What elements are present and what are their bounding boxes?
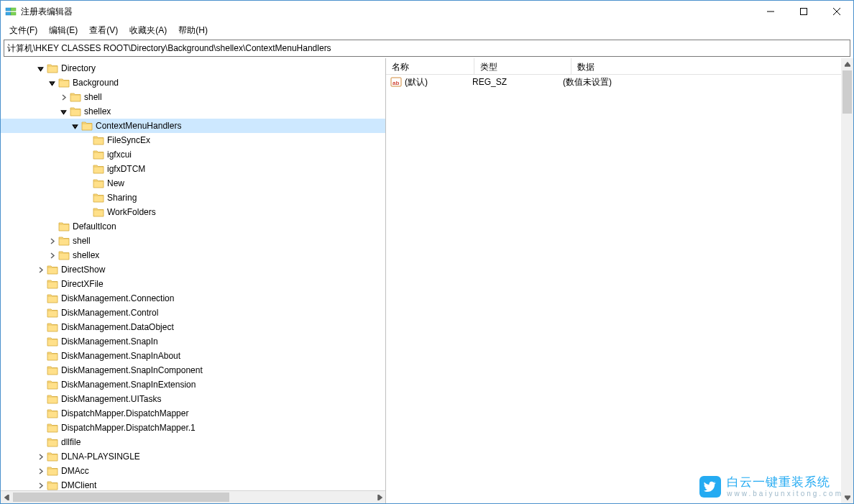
no-expander (81, 178, 91, 188)
expand-icon[interactable] (35, 480, 45, 490)
tree-node[interactable]: DMClient (1, 478, 385, 491)
tree-node[interactable]: dllfile (1, 435, 385, 449)
scroll-left-button[interactable] (1, 491, 13, 503)
svg-marker-16 (845, 63, 850, 66)
tree-node[interactable]: Directory (1, 61, 385, 75)
menu-help[interactable]: 帮助(H) (173, 23, 214, 38)
tree-node[interactable]: igfxDTCM (1, 162, 385, 176)
tree-node[interactable]: shellex (1, 104, 385, 119)
tree-node[interactable]: shellex (1, 248, 385, 262)
menu-view[interactable]: 查看(V) (83, 23, 124, 38)
expand-icon[interactable] (35, 466, 45, 476)
collapse-icon[interactable] (70, 121, 80, 131)
close-button[interactable] (820, 1, 853, 22)
tree-node-label: DispatchMapper.DispatchMapper (61, 408, 188, 418)
folder-icon (93, 207, 104, 217)
scroll-up-button[interactable] (841, 58, 853, 70)
address-bar[interactable]: 计算机\HKEY CLASSES ROOT\Directory\Backgrou… (4, 40, 850, 57)
collapse-icon[interactable] (47, 78, 57, 88)
tree-node[interactable]: DiskManagement.SnapIn (1, 334, 385, 349)
collapse-icon[interactable] (35, 63, 45, 73)
tree-node[interactable]: shell (1, 234, 385, 248)
expand-icon[interactable] (47, 250, 57, 260)
folder-icon (58, 221, 70, 232)
no-expander (35, 322, 45, 332)
registry-tree[interactable]: DirectoryBackgroundshellshellexContextMe… (1, 58, 385, 491)
tree-node[interactable]: DiskManagement.Control (1, 306, 385, 320)
expand-icon[interactable] (35, 452, 45, 462)
collapse-icon[interactable] (58, 106, 68, 116)
watermark-icon (699, 476, 721, 498)
scroll-thumb[interactable] (842, 70, 852, 114)
tree-node[interactable]: DiskManagement.SnapInAbout (1, 349, 385, 363)
address-text: 计算机\HKEY CLASSES ROOT\Directory\Backgrou… (7, 42, 331, 55)
tree-node-label: shellex (84, 106, 111, 116)
tree-node[interactable]: FileSyncEx (1, 133, 385, 147)
svg-rect-2 (11, 8, 16, 11)
tree-node[interactable]: DLNA-PLAYSINGLE (1, 449, 385, 464)
tree-node-label: Sharing (107, 193, 137, 203)
folder-icon (47, 408, 58, 418)
value-type: REG_SZ (472, 77, 563, 87)
tree-node[interactable]: DefaultIcon (1, 219, 385, 234)
tree-node[interactable]: DirectShow (1, 262, 385, 277)
tree-node[interactable]: igfxcui (1, 147, 385, 162)
tree-node[interactable]: DispatchMapper.DispatchMapper.1 (1, 421, 385, 435)
minimize-button[interactable] (754, 1, 787, 22)
tree-node[interactable]: DispatchMapper.DispatchMapper (1, 406, 385, 421)
folder-icon (47, 480, 58, 490)
tree-node[interactable]: Background (1, 75, 385, 90)
no-expander (35, 293, 45, 303)
titlebar[interactable]: 注册表编辑器 (1, 1, 853, 22)
maximize-button[interactable] (787, 1, 820, 22)
menu-favorites[interactable]: 收藏夹(A) (124, 23, 173, 38)
column-name[interactable]: 名称 (386, 58, 474, 74)
no-expander (35, 437, 45, 447)
tree-node[interactable]: DMAcc (1, 464, 385, 478)
tree-node-label: DefaultIcon (73, 221, 116, 232)
values-list[interactable]: ab(默认)REG_SZ(数值未设置) (386, 75, 853, 89)
tree-node[interactable]: Sharing (1, 191, 385, 205)
folder-icon (81, 121, 93, 131)
tree-node-label: dllfile (61, 437, 81, 447)
tree-node[interactable]: DiskManagement.Connection (1, 291, 385, 306)
tree-node[interactable]: DiskManagement.UITasks (1, 392, 385, 406)
scroll-track[interactable] (13, 491, 373, 503)
scroll-thumb[interactable] (13, 492, 229, 502)
column-type[interactable]: 类型 (474, 58, 571, 74)
expand-icon[interactable] (47, 236, 57, 246)
no-expander (35, 308, 45, 318)
folder-icon (47, 365, 58, 375)
menu-file[interactable]: 文件(F) (4, 23, 43, 38)
values-vertical-scrollbar[interactable] (841, 58, 853, 503)
tree-node[interactable]: shell (1, 90, 385, 104)
expand-icon[interactable] (35, 265, 45, 275)
no-expander (81, 193, 91, 203)
scroll-down-button[interactable] (841, 491, 853, 503)
tree-horizontal-scrollbar[interactable] (1, 490, 385, 503)
string-value-icon: ab (390, 76, 402, 88)
folder-icon (58, 236, 70, 246)
no-expander (35, 394, 45, 404)
value-data: (数值未设置) (563, 76, 853, 88)
column-data[interactable]: 数据 (571, 58, 853, 74)
registry-editor-window: 注册表编辑器 文件(F) 编辑(E) 查看(V) 收藏夹(A) 帮助(H) 计算… (0, 0, 854, 504)
column-headers[interactable]: 名称 类型 数据 (386, 58, 853, 75)
tree-node[interactable]: DiskManagement.SnapInExtension (1, 377, 385, 392)
tree-node[interactable]: WorkFolders (1, 205, 385, 219)
tree-node[interactable]: DirectXFile (1, 277, 385, 291)
svg-rect-3 (11, 12, 16, 15)
menu-edit[interactable]: 编辑(E) (43, 23, 83, 38)
tree-node[interactable]: DiskManagement.DataObject (1, 320, 385, 334)
expand-icon[interactable] (58, 92, 68, 102)
value-row[interactable]: ab(默认)REG_SZ(数值未设置) (386, 75, 853, 89)
svg-marker-13 (378, 495, 382, 500)
scroll-right-button[interactable] (373, 491, 385, 503)
folder-icon (47, 394, 58, 404)
tree-node[interactable]: ContextMenuHandlers (1, 119, 385, 133)
tree-node-label: Background (73, 78, 119, 88)
tree-node[interactable]: New (1, 176, 385, 191)
scroll-track[interactable] (841, 70, 853, 491)
svg-marker-11 (73, 125, 77, 129)
tree-node[interactable]: DiskManagement.SnapInComponent (1, 363, 385, 377)
